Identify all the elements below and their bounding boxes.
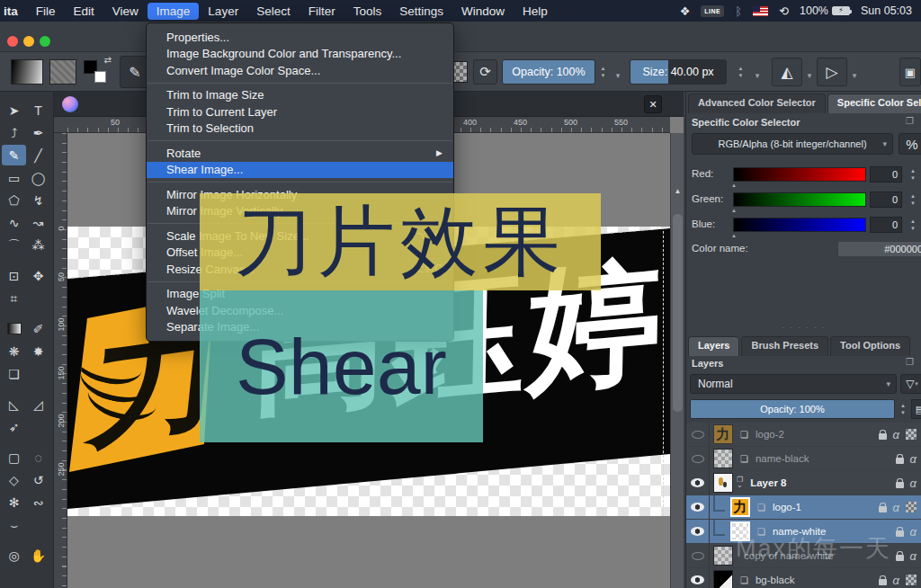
sync-icon[interactable]: ⟲ (779, 4, 789, 18)
colorspace-dropdown[interactable]: RGB/Alpha (8-bit integer/channel) ▾ (692, 133, 893, 155)
menu-item[interactable]: Rotate ▶ (147, 145, 453, 162)
inherit-alpha-icon[interactable] (906, 429, 917, 440)
layer-properties-button[interactable]: ▤ (911, 399, 921, 419)
color-swatches[interactable]: ⇄ (83, 58, 112, 86)
layer-row[interactable]: ❏ bg-black α (686, 568, 921, 588)
alpha-lock-icon[interactable]: α (910, 452, 917, 466)
layer-row[interactable]: ❐⌄ Layer 8 α (686, 471, 921, 494)
menubar-clock[interactable]: Sun 05:03 (861, 4, 912, 17)
layer-visibility-toggle[interactable] (686, 423, 710, 446)
size-spinner[interactable]: ▲ ▼ (734, 59, 747, 85)
scrollbar-thumb[interactable] (673, 214, 683, 412)
magnetic-select-tool[interactable]: ⌣ (2, 514, 26, 535)
vertical-scrollbar[interactable]: ▲ (670, 133, 684, 588)
lock-icon[interactable] (879, 506, 887, 512)
menubar-item[interactable]: Layer (199, 3, 247, 20)
multibrush-tool[interactable]: ⁂ (26, 235, 50, 255)
menubar-item[interactable]: Image (148, 3, 200, 20)
alpha-lock-icon[interactable]: α (893, 501, 899, 514)
channel-value[interactable]: 0 (870, 217, 902, 233)
layer-row[interactable]: 力 ❏ logo-1 α (686, 495, 921, 519)
freehand-select-tool[interactable]: ↺ (26, 469, 50, 490)
zoom-window-button[interactable] (40, 36, 50, 47)
lock-icon[interactable] (896, 482, 904, 488)
menubar-item[interactable]: Help (514, 3, 557, 20)
swap-colors-icon[interactable]: ⇄ (104, 55, 112, 65)
bezier-select-tool[interactable]: ∾ (26, 492, 50, 512)
mirror-vertical-dropdown-icon[interactable]: ▾ (849, 71, 860, 80)
menu-item[interactable]: Properties... (147, 29, 453, 46)
layer-opacity-slider[interactable]: Opacity: 100% (690, 399, 895, 419)
polyline-tool[interactable]: ↯ (26, 190, 50, 210)
layer-opacity-spinner[interactable]: ▲ ▼ (897, 399, 909, 419)
minimize-window-button[interactable] (23, 36, 34, 47)
assistants-tool[interactable]: ◺ (2, 394, 26, 414)
select-shapes-tool[interactable]: ➤ (2, 100, 26, 120)
spinner-up-icon[interactable]: ▲ (601, 66, 606, 71)
mirror-horizontal-button[interactable]: ◭ (772, 58, 802, 86)
menu-item[interactable]: Trim to Image Size (147, 87, 453, 104)
dropbox-icon[interactable]: ❖ (680, 4, 691, 18)
layer-thumbnail[interactable]: 力 (730, 497, 750, 517)
freehand-path-tool[interactable]: ↝ (26, 212, 50, 233)
menubar-item[interactable]: Filter (300, 3, 344, 20)
reload-preset-button[interactable]: ⟳ (473, 59, 497, 85)
channel-slider[interactable] (733, 192, 866, 207)
bluetooth-icon[interactable]: ᛒ (735, 4, 742, 18)
tab-tool-options[interactable]: Tool Options (830, 336, 910, 356)
blend-mode-dropdown[interactable]: Normal ▾ (690, 374, 897, 394)
menu-item[interactable]: Trim to Current Layer (147, 103, 453, 120)
gradient-chooser[interactable] (11, 59, 43, 85)
layer-row[interactable]: ❏ name-black α (686, 447, 921, 470)
lock-icon[interactable] (896, 555, 904, 561)
channel-slider[interactable] (733, 167, 866, 182)
mirror-vertical-button[interactable]: ▷ (817, 58, 847, 86)
menubar-item[interactable]: Select (247, 3, 300, 20)
layer-visibility-toggle[interactable] (686, 520, 710, 543)
background-color-swatch[interactable] (94, 71, 106, 83)
fill-tool[interactable]: ❏ (2, 363, 26, 384)
similar-select-tool[interactable]: ✻ (2, 492, 26, 512)
pattern-chooser[interactable] (49, 59, 76, 85)
polygon-select-tool[interactable]: ◇ (2, 469, 26, 490)
lock-icon[interactable] (896, 530, 904, 537)
menu-item[interactable]: Image Background Color and Transparency.… (147, 46, 453, 63)
percent-toggle-button[interactable]: % (899, 133, 921, 155)
scroll-up-icon[interactable]: ▲ (671, 187, 684, 195)
docker-splitter[interactable]: · · · · · · (686, 324, 921, 332)
line-icon[interactable]: LINE (701, 5, 724, 17)
rect-select-tool[interactable]: ▢ (2, 447, 26, 468)
rectangle-tool[interactable]: ▭ (2, 167, 26, 188)
menubar-item[interactable]: Window (452, 3, 514, 20)
channel-value[interactable]: 0 (870, 166, 902, 183)
alpha-lock-icon[interactable]: α (893, 428, 899, 441)
inherit-alpha-icon[interactable] (906, 575, 917, 585)
layer-visibility-toggle[interactable] (686, 544, 710, 567)
tab-advanced-color-selector[interactable]: Advanced Color Selector (688, 94, 826, 113)
color-name-value[interactable]: #000000 (837, 241, 921, 257)
close-document-button[interactable]: ✕ (644, 95, 662, 113)
spinner-down-icon[interactable]: ▼ (900, 410, 906, 415)
reference-images-tool[interactable]: ➶ (2, 416, 26, 437)
move-tool[interactable]: ✥ (26, 265, 50, 286)
channel-spinner[interactable]: ▲▼ (904, 217, 921, 233)
gradient-tool[interactable] (2, 318, 26, 339)
channel-slider[interactable] (733, 218, 866, 232)
battery-status[interactable]: 100% ⚡ (800, 4, 850, 17)
alpha-lock-icon[interactable]: α (910, 477, 917, 490)
menu-item[interactable]: Trim to Selection (147, 120, 453, 138)
smart-patch-tool[interactable]: ❋ (2, 341, 26, 361)
size-dropdown-icon[interactable]: ▾ (752, 71, 763, 80)
color-sampler-tool[interactable]: ✐ (26, 318, 50, 339)
layer-filter-button[interactable]: ▽ ▾ (900, 374, 921, 394)
polygon-tool[interactable]: ⬠ (2, 190, 26, 210)
tab-brush-presets[interactable]: Brush Presets (741, 336, 828, 356)
ellipse-tool[interactable]: ◯ (26, 167, 50, 188)
freehand-brush-tool[interactable]: ✎ (2, 145, 26, 165)
layer-thumbnail[interactable] (713, 546, 733, 566)
layer-visibility-toggle[interactable] (686, 495, 710, 519)
zoom-tool[interactable]: ◎ (2, 545, 26, 566)
spinner-up-icon[interactable]: ▲ (900, 403, 906, 408)
alpha-lock-icon[interactable]: α (910, 549, 917, 563)
lock-icon[interactable] (879, 579, 887, 585)
